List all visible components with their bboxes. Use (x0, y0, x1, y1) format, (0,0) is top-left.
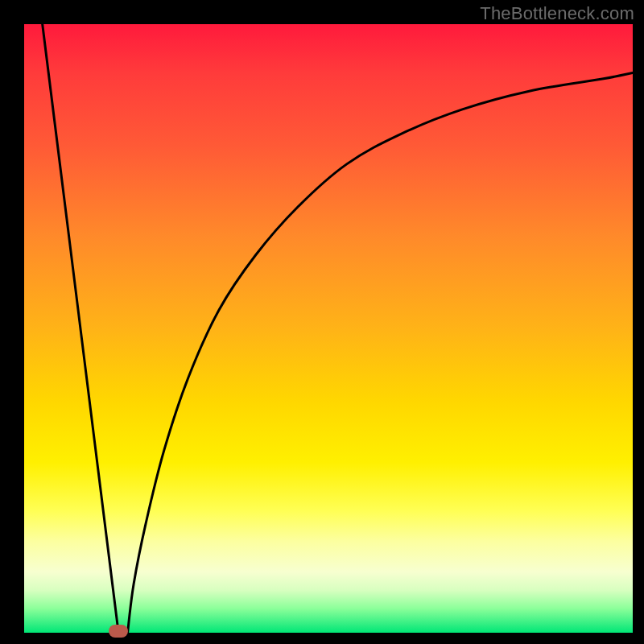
chart-container: TheBottleneck.com (0, 0, 644, 644)
right-curve (128, 72, 633, 633)
left-curve (43, 24, 118, 633)
plot-area (24, 24, 633, 633)
watermark-text: TheBottleneck.com (480, 3, 634, 24)
bottleneck-marker (109, 625, 127, 638)
curves-layer (24, 24, 633, 633)
